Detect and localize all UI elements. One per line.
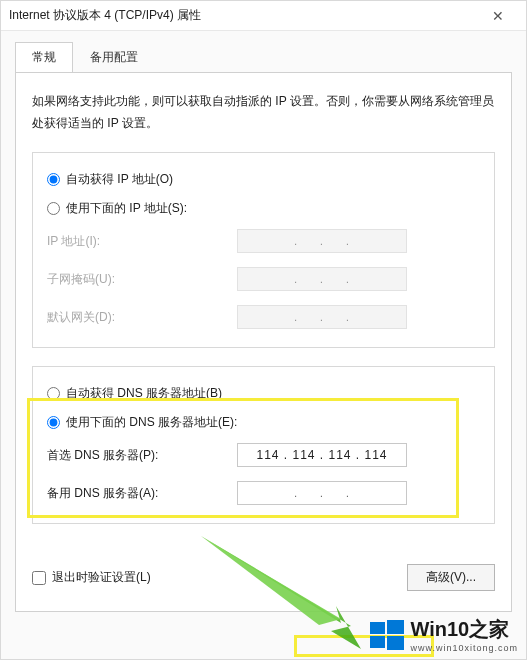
radio-dns-manual-label: 使用下面的 DNS 服务器地址(E): <box>66 414 237 431</box>
preferred-dns-value: 114 . 114 . 114 . 114 <box>256 448 387 462</box>
watermark-url: www.win10xitong.com <box>410 643 518 653</box>
alternate-dns-label: 备用 DNS 服务器(A): <box>47 485 227 502</box>
svg-rect-1 <box>387 620 404 634</box>
ip-address-input: ... <box>237 229 407 253</box>
gateway-label: 默认网关(D): <box>47 309 227 326</box>
watermark: Win10之家 www.win10xitong.com <box>370 616 518 653</box>
alternate-dns-input[interactable]: ... <box>237 481 407 505</box>
tab-strip: 常规 备用配置 <box>1 31 526 72</box>
validate-checkbox[interactable] <box>32 571 46 585</box>
svg-rect-3 <box>387 636 404 650</box>
radio-ip-auto-row[interactable]: 自动获得 IP 地址(O) <box>47 171 480 188</box>
radio-ip-auto[interactable] <box>47 173 60 186</box>
radio-ip-manual[interactable] <box>47 202 60 215</box>
gateway-input: ... <box>237 305 407 329</box>
ip-group: 自动获得 IP 地址(O) 使用下面的 IP 地址(S): IP 地址(I): … <box>32 152 495 348</box>
radio-dns-auto-row[interactable]: 自动获得 DNS 服务器地址(B) <box>47 385 480 402</box>
dialog-window: Internet 协议版本 4 (TCP/IPv4) 属性 ✕ 常规 备用配置 … <box>0 0 527 660</box>
ip-address-label: IP 地址(I): <box>47 233 227 250</box>
watermark-text: Win10之家 www.win10xitong.com <box>410 616 518 653</box>
preferred-dns-input[interactable]: 114 . 114 . 114 . 114 <box>237 443 407 467</box>
preferred-dns-label: 首选 DNS 服务器(P): <box>47 447 227 464</box>
advanced-button[interactable]: 高级(V)... <box>407 564 495 591</box>
windows-logo-icon <box>370 620 404 650</box>
radio-dns-auto[interactable] <box>47 387 60 400</box>
validate-label: 退出时验证设置(L) <box>52 569 151 586</box>
subnet-mask-label: 子网掩码(U): <box>47 271 227 288</box>
subnet-mask-input: ... <box>237 267 407 291</box>
titlebar: Internet 协议版本 4 (TCP/IPv4) 属性 ✕ <box>1 1 526 31</box>
svg-rect-0 <box>370 622 385 634</box>
radio-dns-auto-label: 自动获得 DNS 服务器地址(B) <box>66 385 222 402</box>
window-title: Internet 协议版本 4 (TCP/IPv4) 属性 <box>9 7 478 24</box>
close-icon[interactable]: ✕ <box>478 8 518 24</box>
tab-alternate[interactable]: 备用配置 <box>73 42 155 73</box>
dns-group: 自动获得 DNS 服务器地址(B) 使用下面的 DNS 服务器地址(E): 首选… <box>32 366 495 524</box>
panel-general: 如果网络支持此功能，则可以获取自动指派的 IP 设置。否则，你需要从网络系统管理… <box>15 72 512 612</box>
intro-text: 如果网络支持此功能，则可以获取自动指派的 IP 设置。否则，你需要从网络系统管理… <box>32 91 495 134</box>
radio-ip-manual-row[interactable]: 使用下面的 IP 地址(S): <box>47 200 480 217</box>
footer-row: 退出时验证设置(L) 高级(V)... <box>32 564 495 591</box>
radio-dns-manual-row[interactable]: 使用下面的 DNS 服务器地址(E): <box>47 414 480 431</box>
svg-rect-2 <box>370 636 385 648</box>
tab-general[interactable]: 常规 <box>15 42 73 73</box>
radio-ip-manual-label: 使用下面的 IP 地址(S): <box>66 200 187 217</box>
radio-dns-manual[interactable] <box>47 416 60 429</box>
watermark-title: Win10之家 <box>410 616 518 643</box>
validate-checkbox-row[interactable]: 退出时验证设置(L) <box>32 569 151 586</box>
radio-ip-auto-label: 自动获得 IP 地址(O) <box>66 171 173 188</box>
